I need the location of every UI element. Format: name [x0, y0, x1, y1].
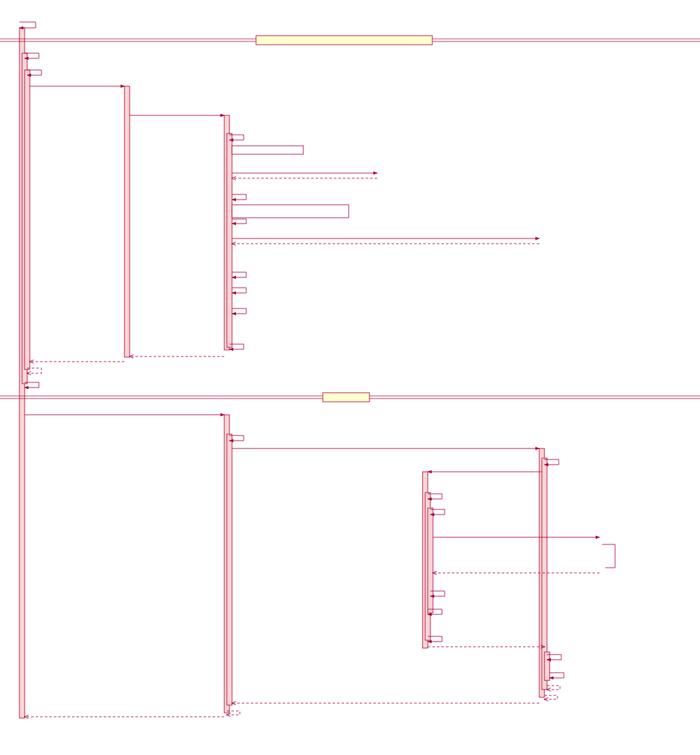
svg-rect-7 [227, 434, 232, 705]
svg-rect-13 [544, 652, 550, 680]
svg-rect-19 [232, 146, 303, 154]
svg-rect-3 [124, 86, 130, 357]
svg-rect-29 [323, 393, 369, 402]
svg-rect-16 [256, 36, 432, 45]
svg-rect-5 [227, 134, 232, 347]
svg-rect-12 [428, 508, 433, 613]
svg-rect-2 [25, 70, 30, 369]
svg-rect-22 [232, 205, 349, 218]
